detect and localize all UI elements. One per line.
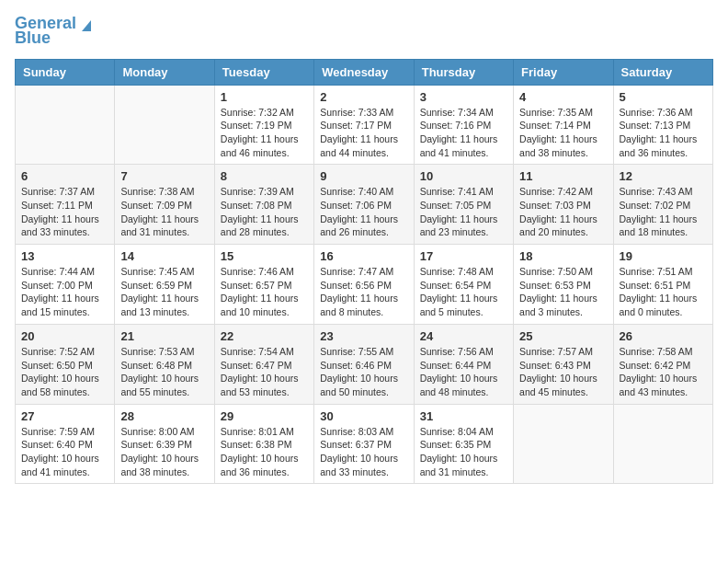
calendar-cell: 10Sunrise: 7:41 AM Sunset: 7:05 PM Dayli…	[414, 165, 513, 245]
day-info: Sunrise: 7:46 AM Sunset: 6:57 PM Dayligh…	[221, 265, 308, 319]
day-info: Sunrise: 7:48 AM Sunset: 6:54 PM Dayligh…	[420, 265, 507, 319]
day-number: 31	[420, 409, 507, 423]
day-info: Sunrise: 7:57 AM Sunset: 6:43 PM Dayligh…	[519, 345, 607, 399]
day-number: 9	[320, 169, 407, 183]
day-number: 2	[320, 90, 407, 104]
day-info: Sunrise: 7:42 AM Sunset: 7:03 PM Dayligh…	[519, 185, 607, 239]
day-number: 5	[620, 90, 707, 104]
day-number: 15	[221, 249, 308, 263]
week-row-5: 27Sunrise: 7:59 AM Sunset: 6:40 PM Dayli…	[16, 404, 713, 484]
day-info: Sunrise: 7:45 AM Sunset: 6:59 PM Dayligh…	[120, 265, 208, 319]
day-number: 25	[519, 329, 607, 343]
calendar-cell: 27Sunrise: 7:59 AM Sunset: 6:40 PM Dayli…	[16, 404, 115, 484]
calendar-cell: 3Sunrise: 7:34 AM Sunset: 7:16 PM Daylig…	[414, 85, 513, 165]
svg-marker-0	[82, 20, 91, 31]
day-number: 28	[120, 409, 208, 423]
day-info: Sunrise: 7:39 AM Sunset: 7:08 PM Dayligh…	[221, 185, 308, 239]
day-header-tuesday: Tuesday	[214, 59, 313, 85]
logo-icon	[78, 17, 95, 33]
day-number: 4	[519, 90, 607, 104]
day-header-thursday: Thursday	[414, 59, 513, 85]
logo-subtext: Blue	[15, 29, 51, 48]
day-number: 14	[120, 249, 208, 263]
day-info: Sunrise: 7:50 AM Sunset: 6:53 PM Dayligh…	[519, 265, 607, 319]
day-number: 12	[620, 169, 707, 183]
calendar-cell: 30Sunrise: 8:03 AM Sunset: 6:37 PM Dayli…	[314, 404, 414, 484]
day-info: Sunrise: 7:59 AM Sunset: 6:40 PM Dayligh…	[21, 425, 108, 479]
day-number: 17	[420, 249, 507, 263]
day-number: 26	[620, 329, 707, 343]
logo: General Blue	[15, 15, 95, 48]
day-info: Sunrise: 7:41 AM Sunset: 7:05 PM Dayligh…	[420, 185, 507, 239]
day-info: Sunrise: 8:04 AM Sunset: 6:35 PM Dayligh…	[420, 425, 507, 479]
day-number: 21	[120, 329, 208, 343]
day-number: 30	[320, 409, 407, 423]
day-header-monday: Monday	[115, 59, 214, 85]
calendar-cell: 5Sunrise: 7:36 AM Sunset: 7:13 PM Daylig…	[613, 85, 712, 165]
header-row: SundayMondayTuesdayWednesdayThursdayFrid…	[16, 59, 713, 85]
day-header-saturday: Saturday	[613, 59, 712, 85]
calendar-cell	[16, 85, 115, 165]
day-number: 29	[221, 409, 308, 423]
day-info: Sunrise: 7:56 AM Sunset: 6:44 PM Dayligh…	[420, 345, 507, 399]
calendar-cell: 14Sunrise: 7:45 AM Sunset: 6:59 PM Dayli…	[115, 245, 214, 325]
day-info: Sunrise: 7:33 AM Sunset: 7:17 PM Dayligh…	[320, 106, 407, 160]
calendar-table: SundayMondayTuesdayWednesdayThursdayFrid…	[15, 59, 713, 485]
day-info: Sunrise: 7:47 AM Sunset: 6:56 PM Dayligh…	[320, 265, 407, 319]
calendar-cell: 16Sunrise: 7:47 AM Sunset: 6:56 PM Dayli…	[314, 245, 414, 325]
day-number: 7	[120, 169, 208, 183]
day-number: 10	[420, 169, 507, 183]
day-info: Sunrise: 7:51 AM Sunset: 6:51 PM Dayligh…	[620, 265, 707, 319]
day-info: Sunrise: 7:55 AM Sunset: 6:46 PM Dayligh…	[320, 345, 407, 399]
calendar-cell: 12Sunrise: 7:43 AM Sunset: 7:02 PM Dayli…	[613, 165, 712, 245]
day-number: 13	[21, 249, 108, 263]
day-info: Sunrise: 7:37 AM Sunset: 7:11 PM Dayligh…	[21, 185, 108, 239]
calendar-cell: 29Sunrise: 8:01 AM Sunset: 6:38 PM Dayli…	[214, 404, 313, 484]
week-row-4: 20Sunrise: 7:52 AM Sunset: 6:50 PM Dayli…	[16, 324, 713, 404]
day-header-wednesday: Wednesday	[314, 59, 414, 85]
day-info: Sunrise: 7:35 AM Sunset: 7:14 PM Dayligh…	[519, 106, 607, 160]
calendar-cell: 22Sunrise: 7:54 AM Sunset: 6:47 PM Dayli…	[214, 324, 313, 404]
calendar-cell: 18Sunrise: 7:50 AM Sunset: 6:53 PM Dayli…	[514, 245, 613, 325]
day-info: Sunrise: 8:01 AM Sunset: 6:38 PM Dayligh…	[221, 425, 308, 479]
day-number: 16	[320, 249, 407, 263]
calendar-cell: 15Sunrise: 7:46 AM Sunset: 6:57 PM Dayli…	[214, 245, 313, 325]
day-header-sunday: Sunday	[16, 59, 115, 85]
calendar-cell: 28Sunrise: 8:00 AM Sunset: 6:39 PM Dayli…	[115, 404, 214, 484]
week-row-1: 1Sunrise: 7:32 AM Sunset: 7:19 PM Daylig…	[16, 85, 713, 165]
calendar-cell: 21Sunrise: 7:53 AM Sunset: 6:48 PM Dayli…	[115, 324, 214, 404]
page-header: General Blue	[15, 15, 713, 48]
calendar-cell	[514, 404, 613, 484]
calendar-cell: 4Sunrise: 7:35 AM Sunset: 7:14 PM Daylig…	[514, 85, 613, 165]
calendar-cell: 2Sunrise: 7:33 AM Sunset: 7:17 PM Daylig…	[314, 85, 414, 165]
calendar-cell: 1Sunrise: 7:32 AM Sunset: 7:19 PM Daylig…	[214, 85, 313, 165]
day-info: Sunrise: 7:53 AM Sunset: 6:48 PM Dayligh…	[120, 345, 208, 399]
day-info: Sunrise: 7:32 AM Sunset: 7:19 PM Dayligh…	[221, 106, 308, 160]
calendar-cell: 6Sunrise: 7:37 AM Sunset: 7:11 PM Daylig…	[16, 165, 115, 245]
day-info: Sunrise: 7:54 AM Sunset: 6:47 PM Dayligh…	[221, 345, 308, 399]
day-header-friday: Friday	[514, 59, 613, 85]
day-number: 23	[320, 329, 407, 343]
day-info: Sunrise: 7:34 AM Sunset: 7:16 PM Dayligh…	[420, 106, 507, 160]
calendar-cell	[613, 404, 712, 484]
calendar-cell: 26Sunrise: 7:58 AM Sunset: 6:42 PM Dayli…	[613, 324, 712, 404]
calendar-cell: 25Sunrise: 7:57 AM Sunset: 6:43 PM Dayli…	[514, 324, 613, 404]
day-number: 19	[620, 249, 707, 263]
day-number: 8	[221, 169, 308, 183]
calendar-cell	[115, 85, 214, 165]
day-info: Sunrise: 7:36 AM Sunset: 7:13 PM Dayligh…	[620, 106, 707, 160]
week-row-3: 13Sunrise: 7:44 AM Sunset: 7:00 PM Dayli…	[16, 245, 713, 325]
calendar-cell: 20Sunrise: 7:52 AM Sunset: 6:50 PM Dayli…	[16, 324, 115, 404]
day-number: 20	[21, 329, 108, 343]
calendar-cell: 7Sunrise: 7:38 AM Sunset: 7:09 PM Daylig…	[115, 165, 214, 245]
calendar-cell: 9Sunrise: 7:40 AM Sunset: 7:06 PM Daylig…	[314, 165, 414, 245]
calendar-cell: 13Sunrise: 7:44 AM Sunset: 7:00 PM Dayli…	[16, 245, 115, 325]
day-number: 27	[21, 409, 108, 423]
day-info: Sunrise: 8:03 AM Sunset: 6:37 PM Dayligh…	[320, 425, 407, 479]
calendar-cell: 19Sunrise: 7:51 AM Sunset: 6:51 PM Dayli…	[613, 245, 712, 325]
day-number: 22	[221, 329, 308, 343]
day-number: 6	[21, 169, 108, 183]
day-info: Sunrise: 7:52 AM Sunset: 6:50 PM Dayligh…	[21, 345, 108, 399]
day-number: 1	[221, 90, 308, 104]
day-info: Sunrise: 7:44 AM Sunset: 7:00 PM Dayligh…	[21, 265, 108, 319]
